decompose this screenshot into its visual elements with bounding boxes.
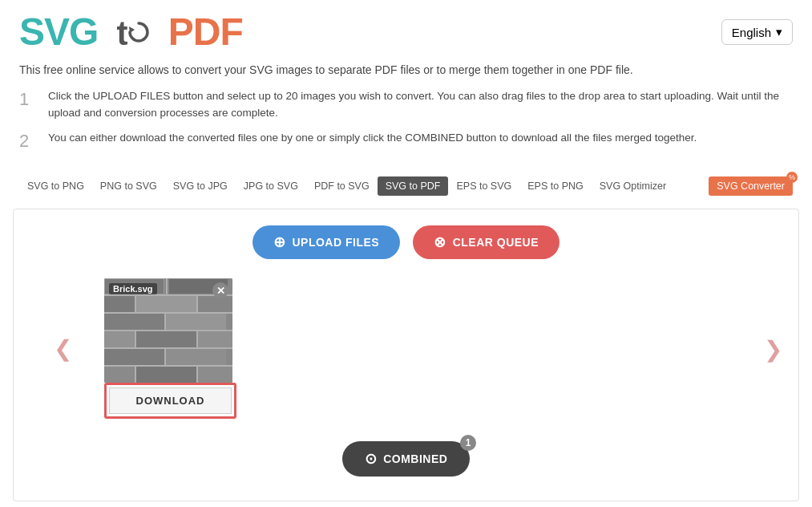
tab-eps-to-png[interactable]: EPS to PNG — [519, 176, 591, 196]
clear-icon: ⊗ — [434, 233, 446, 251]
upload-label: UPLOAD FILES — [292, 236, 379, 249]
tab-converter-label: SVG Converter — [717, 180, 785, 192]
tab-pdf-to-svg[interactable]: PDF to SVG — [306, 176, 378, 196]
svg-rect-25 — [135, 296, 136, 312]
step-2-text: You can either download the converted fi… — [48, 130, 697, 147]
tab-bar: SVG to PNG PNG to SVG SVG to JPG JPG to … — [0, 170, 812, 202]
tab-svg-to-pdf[interactable]: SVG to PDF — [378, 176, 449, 196]
description-content: This free online service allows to conve… — [19, 63, 633, 76]
step-1: 1 Click the UPLOAD FILES button and sele… — [19, 88, 793, 122]
tab-jpg-to-svg[interactable]: JPG to SVG — [236, 176, 306, 196]
next-arrow[interactable]: ❯ — [756, 335, 790, 362]
download-button[interactable]: DOWNLOAD — [109, 387, 232, 414]
tab-svg-to-png[interactable]: SVG to PNG — [19, 176, 92, 196]
combined-row: ⊙ COMBINED 1 — [14, 441, 798, 477]
files-area: ❮ — [14, 278, 798, 419]
svg-rect-26 — [196, 296, 198, 312]
svg-rect-29 — [196, 331, 198, 347]
tab-svg-converter[interactable]: SVG Converter — [709, 176, 793, 196]
upload-files-button[interactable]: ⊕ UPLOAD FILES — [252, 225, 400, 259]
svg-rect-15 — [166, 349, 226, 365]
file-card: Brick.svg ✕ DOWNLOAD — [104, 278, 236, 419]
svg-rect-12 — [136, 331, 196, 347]
combined-button[interactable]: ⊙ COMBINED 1 — [342, 441, 471, 477]
action-buttons-row: ⊕ UPLOAD FILES ⊗ CLEAR QUEUE — [14, 225, 798, 259]
svg-rect-32 — [196, 367, 198, 383]
tab-svg-to-jpg[interactable]: SVG to JPG — [165, 176, 236, 196]
combined-badge: 1 — [460, 435, 476, 451]
step-2-number: 2 — [19, 130, 38, 153]
svg-rect-18 — [198, 367, 232, 383]
logo-arrow-icon — [127, 20, 151, 49]
main-area: ⊕ UPLOAD FILES ⊗ CLEAR QUEUE ❮ — [13, 209, 799, 501]
prev-arrow[interactable]: ❮ — [46, 335, 80, 362]
svg-rect-8 — [198, 296, 232, 312]
chevron-down-icon: ▾ — [776, 25, 782, 39]
svg-rect-16 — [104, 367, 135, 383]
svg-rect-20 — [104, 312, 232, 314]
description-text: This free online service allows to conve… — [0, 59, 812, 88]
language-selector[interactable]: English ▾ — [721, 19, 793, 45]
svg-rect-24 — [166, 278, 168, 294]
svg-marker-0 — [129, 26, 135, 33]
clear-label: CLEAR QUEUE — [453, 236, 539, 249]
clear-queue-button[interactable]: ⊗ CLEAR QUEUE — [413, 225, 560, 259]
close-icon: ✕ — [216, 285, 225, 297]
steps-section: 1 Click the UPLOAD FILES button and sele… — [0, 88, 812, 170]
svg-rect-6 — [104, 296, 135, 312]
combined-label: COMBINED — [383, 452, 447, 465]
logo-pdf-text: PDF — [168, 10, 243, 53]
tab-svg-optimizer[interactable]: SVG Optimizer — [592, 176, 674, 196]
svg-rect-17 — [136, 367, 196, 383]
tab-eps-to-svg[interactable]: EPS to SVG — [448, 176, 519, 196]
logo: SVG t PDF — [19, 13, 243, 52]
combined-download-icon: ⊙ — [365, 450, 378, 468]
svg-rect-11 — [104, 331, 135, 347]
svg-rect-27 — [164, 314, 166, 330]
file-name-label: Brick.svg — [109, 283, 157, 294]
svg-rect-10 — [166, 314, 226, 330]
upload-icon: ⊕ — [273, 233, 286, 251]
step-1-text: Click the UPLOAD FILES button and select… — [48, 88, 793, 122]
language-label: English — [732, 26, 771, 39]
svg-rect-13 — [198, 331, 232, 347]
svg-rect-23 — [104, 365, 232, 367]
svg-rect-21 — [104, 330, 232, 331]
svg-rect-28 — [135, 331, 136, 347]
logo-to-text: t — [108, 14, 168, 52]
svg-rect-30 — [164, 349, 166, 365]
logo-svg-text: SVG — [19, 10, 98, 53]
svg-rect-7 — [136, 296, 196, 312]
file-thumbnail: Brick.svg ✕ — [104, 278, 232, 383]
svg-rect-31 — [135, 367, 136, 383]
step-2: 2 You can either download the converted … — [19, 130, 793, 153]
svg-rect-9 — [104, 314, 164, 330]
header: SVG t PDF English ▾ — [0, 0, 812, 59]
tab-png-to-svg[interactable]: PNG to SVG — [92, 176, 165, 196]
download-button-wrap: DOWNLOAD — [104, 383, 236, 419]
svg-rect-22 — [104, 347, 232, 349]
step-1-number: 1 — [19, 88, 38, 112]
svg-rect-14 — [104, 349, 164, 365]
